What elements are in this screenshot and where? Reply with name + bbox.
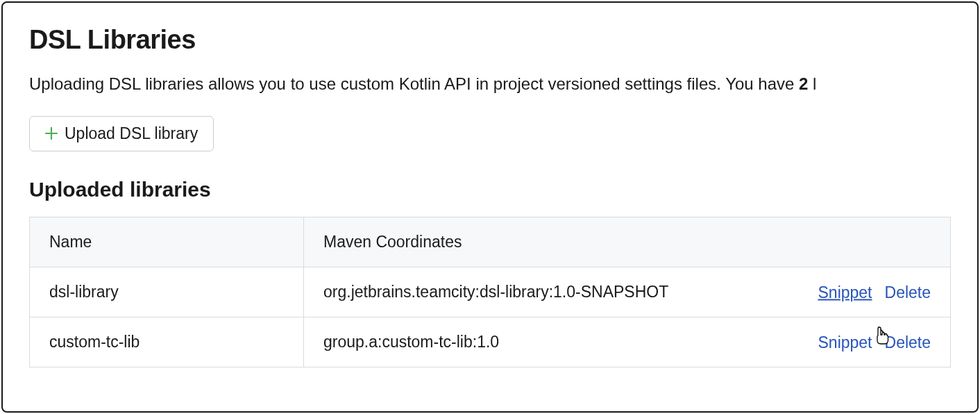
page-title: DSL Libraries bbox=[29, 25, 951, 55]
table-row: dsl-library org.jetbrains.teamcity:dsl-l… bbox=[30, 267, 951, 317]
upload-dsl-library-button[interactable]: Upload DSL library bbox=[29, 116, 214, 151]
snippet-link[interactable]: Snippet bbox=[818, 333, 872, 351]
library-name-cell: dsl-library bbox=[30, 267, 304, 317]
table-header-row: Name Maven Coordinates bbox=[30, 217, 951, 267]
library-coords-cell: group.a:custom-tc-lib:1.0 Snippet Delete bbox=[304, 317, 951, 367]
library-name-cell: custom-tc-lib bbox=[30, 317, 304, 367]
delete-link[interactable]: Delete bbox=[885, 333, 931, 351]
description-prefix: Uploading DSL libraries allows you to us… bbox=[29, 74, 799, 93]
library-count: 2 bbox=[799, 74, 808, 93]
section-title: Uploaded libraries bbox=[29, 178, 951, 201]
libraries-table: Name Maven Coordinates dsl-library org.j… bbox=[29, 217, 951, 367]
library-coords-cell: org.jetbrains.teamcity:dsl-library:1.0-S… bbox=[304, 267, 951, 317]
description-text: Uploading DSL libraries allows you to us… bbox=[29, 72, 951, 97]
column-header-coords: Maven Coordinates bbox=[304, 217, 951, 267]
snippet-link[interactable]: Snippet bbox=[818, 283, 872, 301]
delete-link[interactable]: Delete bbox=[885, 283, 931, 301]
upload-button-label: Upload DSL library bbox=[65, 124, 198, 143]
description-suffix: l bbox=[808, 74, 816, 93]
row-actions: Snippet Delete bbox=[818, 333, 931, 351]
plus-icon bbox=[45, 126, 58, 142]
column-header-name: Name bbox=[30, 217, 304, 267]
settings-panel: DSL Libraries Uploading DSL libraries al… bbox=[1, 1, 979, 413]
table-row: custom-tc-lib group.a:custom-tc-lib:1.0 … bbox=[30, 317, 951, 367]
maven-coordinates: group.a:custom-tc-lib:1.0 bbox=[323, 333, 499, 351]
row-actions: Snippet Delete bbox=[818, 283, 931, 301]
maven-coordinates: org.jetbrains.teamcity:dsl-library:1.0-S… bbox=[323, 283, 668, 301]
